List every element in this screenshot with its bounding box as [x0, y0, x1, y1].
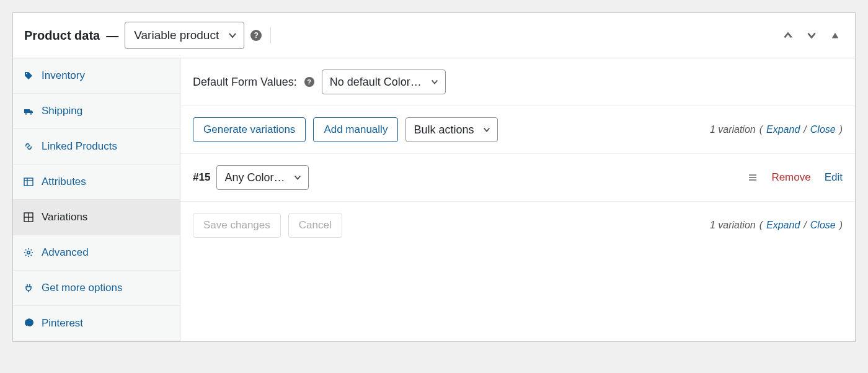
sidebar-item-get-more-options[interactable]: Get more options [13, 271, 180, 306]
sidebar-item-pinterest[interactable]: Pinterest [13, 306, 180, 341]
expand-link[interactable]: Expand [766, 124, 800, 135]
sidebar-item-label: Pinterest [42, 317, 83, 330]
variation-actions: Remove Edit [748, 171, 843, 184]
sidebar-item-label: Advanced [42, 246, 89, 259]
svg-rect-3 [24, 178, 33, 186]
chevron-down-icon [482, 125, 491, 134]
sidebar: Inventory Shipping Linked Products Attri… [13, 58, 180, 341]
default-form-row: Default Form Values: ? No default Color… [180, 58, 855, 106]
truck-icon [23, 106, 34, 116]
sidebar-item-variations[interactable]: Variations [13, 200, 180, 235]
variation-attr-select[interactable]: Any Color… [216, 165, 309, 190]
close-link[interactable]: Close [810, 220, 836, 231]
link-icon [23, 142, 34, 151]
edit-link[interactable]: Edit [825, 171, 843, 184]
sidebar-item-attributes[interactable]: Attributes [13, 164, 180, 200]
close-paren: ) [839, 124, 843, 135]
variation-row: #15 Any Color… Remove Edit [180, 154, 855, 202]
sidebar-item-linked-products[interactable]: Linked Products [13, 129, 180, 164]
sidebar-item-label: Variations [42, 211, 87, 223]
grid-icon [23, 212, 34, 222]
pager-count: 1 variation [710, 220, 756, 231]
panel-collapse-button[interactable] [826, 27, 844, 44]
sidebar-item-shipping[interactable]: Shipping [13, 94, 180, 129]
sidebar-item-advanced[interactable]: Advanced [13, 235, 180, 271]
close-link[interactable]: Close [810, 124, 836, 135]
bulk-actions-select[interactable]: Bulk actions [405, 117, 498, 142]
list-icon [23, 177, 34, 187]
slash: / [804, 124, 806, 135]
product-type-value: Variable product [134, 29, 219, 42]
variations-toolbar: Generate variations Add manually Bulk ac… [180, 106, 855, 154]
panel-body: Inventory Shipping Linked Products Attri… [13, 58, 855, 341]
svg-point-1 [25, 113, 27, 115]
tag-icon [23, 71, 34, 81]
sidebar-item-label: Get more options [42, 282, 122, 294]
variations-content: Default Form Values: ? No default Color…… [180, 58, 855, 341]
close-paren: ) [839, 220, 843, 231]
variation-attr-value: Any Color… [224, 171, 285, 184]
sidebar-item-label: Linked Products [42, 140, 117, 153]
sidebar-item-inventory[interactable]: Inventory [13, 58, 180, 94]
help-icon[interactable]: ? [304, 77, 314, 87]
pinterest-icon [23, 318, 34, 328]
expand-link[interactable]: Expand [766, 220, 800, 231]
panel-up-button[interactable] [779, 27, 797, 44]
default-form-select[interactable]: No default Color… [322, 70, 446, 94]
variation-id: #15 [193, 171, 210, 184]
svg-point-9 [27, 251, 30, 254]
panel-title: Product data [24, 29, 100, 43]
gear-icon [23, 248, 34, 258]
help-icon[interactable]: ? [250, 30, 262, 41]
sidebar-item-label: Shipping [42, 105, 82, 117]
remove-link[interactable]: Remove [771, 171, 810, 184]
variations-footer: Save changes Cancel 1 variation ( Expand… [180, 202, 855, 249]
variations-pager-bottom: 1 variation ( Expand / Close ) [710, 220, 843, 231]
chevron-down-icon [430, 78, 439, 86]
bulk-actions-value: Bulk actions [414, 124, 474, 137]
sidebar-item-label: Attributes [42, 176, 86, 188]
open-paren: ( [760, 220, 763, 231]
panel-header: Product data — Variable product ? [13, 13, 855, 58]
product-type-select[interactable]: Variable product [125, 22, 244, 49]
chevron-down-icon [228, 30, 237, 40]
svg-rect-0 [24, 109, 30, 113]
panel-down-button[interactable] [803, 27, 820, 44]
add-manually-button[interactable]: Add manually [313, 117, 398, 142]
panel-title-dash: — [106, 29, 118, 43]
svg-point-2 [30, 113, 32, 115]
cancel-button[interactable]: Cancel [288, 213, 342, 238]
variations-pager-top: 1 variation ( Expand / Close ) [710, 124, 843, 135]
product-data-panel: Product data — Variable product ? [12, 12, 856, 342]
plug-icon [23, 283, 34, 293]
slash: / [804, 220, 806, 231]
save-changes-button[interactable]: Save changes [193, 213, 281, 238]
pager-count: 1 variation [710, 124, 756, 135]
open-paren: ( [760, 124, 763, 135]
separator [270, 27, 271, 43]
drag-handle-icon[interactable] [748, 173, 758, 182]
default-form-value: No default Color… [330, 76, 422, 89]
default-form-label: Default Form Values: [193, 76, 297, 89]
chevron-down-icon [293, 173, 302, 182]
sidebar-item-label: Inventory [42, 70, 85, 82]
generate-variations-button[interactable]: Generate variations [193, 117, 306, 142]
